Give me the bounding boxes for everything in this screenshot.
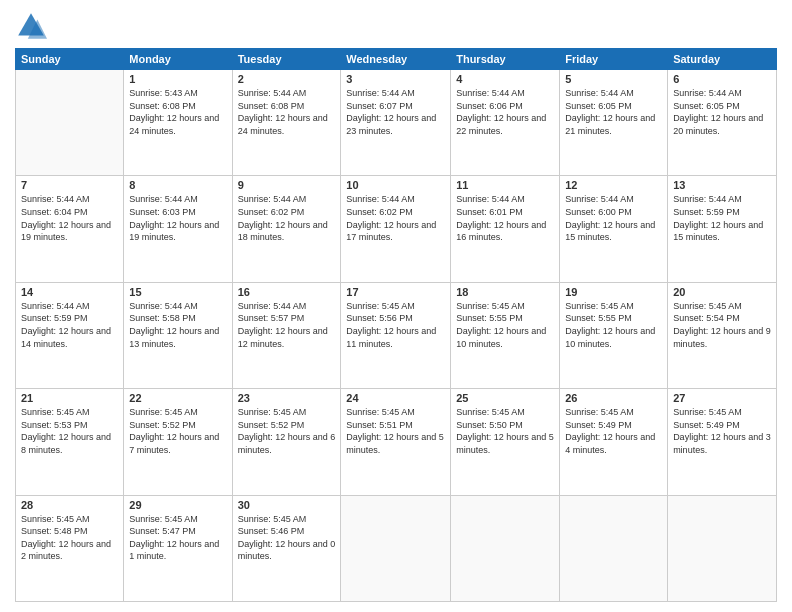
- day-number: 6: [673, 73, 771, 85]
- day-cell: [560, 495, 668, 601]
- day-cell: 1Sunrise: 5:43 AM Sunset: 6:08 PM Daylig…: [124, 70, 232, 176]
- day-info: Sunrise: 5:44 AM Sunset: 5:57 PM Dayligh…: [238, 300, 336, 350]
- day-cell: 18Sunrise: 5:45 AM Sunset: 5:55 PM Dayli…: [451, 282, 560, 388]
- day-number: 3: [346, 73, 445, 85]
- day-info: Sunrise: 5:45 AM Sunset: 5:50 PM Dayligh…: [456, 406, 554, 456]
- day-number: 12: [565, 179, 662, 191]
- day-number: 16: [238, 286, 336, 298]
- weekday-header-tuesday: Tuesday: [232, 49, 341, 70]
- day-cell: 8Sunrise: 5:44 AM Sunset: 6:03 PM Daylig…: [124, 176, 232, 282]
- day-info: Sunrise: 5:44 AM Sunset: 5:59 PM Dayligh…: [21, 300, 118, 350]
- day-number: 21: [21, 392, 118, 404]
- day-number: 7: [21, 179, 118, 191]
- day-info: Sunrise: 5:45 AM Sunset: 5:48 PM Dayligh…: [21, 513, 118, 563]
- day-number: 19: [565, 286, 662, 298]
- day-cell: 21Sunrise: 5:45 AM Sunset: 5:53 PM Dayli…: [16, 389, 124, 495]
- day-cell: [668, 495, 777, 601]
- weekday-header-wednesday: Wednesday: [341, 49, 451, 70]
- logo-icon: [15, 10, 47, 42]
- day-info: Sunrise: 5:44 AM Sunset: 6:06 PM Dayligh…: [456, 87, 554, 137]
- day-number: 5: [565, 73, 662, 85]
- day-cell: 23Sunrise: 5:45 AM Sunset: 5:52 PM Dayli…: [232, 389, 341, 495]
- day-number: 11: [456, 179, 554, 191]
- day-number: 13: [673, 179, 771, 191]
- day-info: Sunrise: 5:44 AM Sunset: 6:02 PM Dayligh…: [346, 193, 445, 243]
- day-number: 2: [238, 73, 336, 85]
- week-row-1: 1Sunrise: 5:43 AM Sunset: 6:08 PM Daylig…: [16, 70, 777, 176]
- day-cell: 2Sunrise: 5:44 AM Sunset: 6:08 PM Daylig…: [232, 70, 341, 176]
- day-info: Sunrise: 5:44 AM Sunset: 6:07 PM Dayligh…: [346, 87, 445, 137]
- day-cell: 17Sunrise: 5:45 AM Sunset: 5:56 PM Dayli…: [341, 282, 451, 388]
- day-info: Sunrise: 5:45 AM Sunset: 5:56 PM Dayligh…: [346, 300, 445, 350]
- day-number: 14: [21, 286, 118, 298]
- weekday-header-saturday: Saturday: [668, 49, 777, 70]
- day-info: Sunrise: 5:45 AM Sunset: 5:47 PM Dayligh…: [129, 513, 226, 563]
- day-info: Sunrise: 5:45 AM Sunset: 5:52 PM Dayligh…: [129, 406, 226, 456]
- day-number: 26: [565, 392, 662, 404]
- day-info: Sunrise: 5:44 AM Sunset: 6:00 PM Dayligh…: [565, 193, 662, 243]
- day-info: Sunrise: 5:43 AM Sunset: 6:08 PM Dayligh…: [129, 87, 226, 137]
- weekday-header-friday: Friday: [560, 49, 668, 70]
- day-number: 1: [129, 73, 226, 85]
- header: [15, 10, 777, 42]
- day-cell: 3Sunrise: 5:44 AM Sunset: 6:07 PM Daylig…: [341, 70, 451, 176]
- logo: [15, 10, 51, 42]
- day-cell: 22Sunrise: 5:45 AM Sunset: 5:52 PM Dayli…: [124, 389, 232, 495]
- day-number: 10: [346, 179, 445, 191]
- calendar: SundayMondayTuesdayWednesdayThursdayFrid…: [15, 48, 777, 602]
- day-info: Sunrise: 5:44 AM Sunset: 6:02 PM Dayligh…: [238, 193, 336, 243]
- day-number: 8: [129, 179, 226, 191]
- day-info: Sunrise: 5:44 AM Sunset: 6:08 PM Dayligh…: [238, 87, 336, 137]
- day-cell: 27Sunrise: 5:45 AM Sunset: 5:49 PM Dayli…: [668, 389, 777, 495]
- day-info: Sunrise: 5:45 AM Sunset: 5:53 PM Dayligh…: [21, 406, 118, 456]
- day-info: Sunrise: 5:44 AM Sunset: 6:05 PM Dayligh…: [565, 87, 662, 137]
- day-cell: 20Sunrise: 5:45 AM Sunset: 5:54 PM Dayli…: [668, 282, 777, 388]
- weekday-header-thursday: Thursday: [451, 49, 560, 70]
- day-cell: 10Sunrise: 5:44 AM Sunset: 6:02 PM Dayli…: [341, 176, 451, 282]
- day-cell: 30Sunrise: 5:45 AM Sunset: 5:46 PM Dayli…: [232, 495, 341, 601]
- day-info: Sunrise: 5:45 AM Sunset: 5:49 PM Dayligh…: [673, 406, 771, 456]
- day-cell: 26Sunrise: 5:45 AM Sunset: 5:49 PM Dayli…: [560, 389, 668, 495]
- day-cell: 24Sunrise: 5:45 AM Sunset: 5:51 PM Dayli…: [341, 389, 451, 495]
- day-number: 17: [346, 286, 445, 298]
- day-info: Sunrise: 5:44 AM Sunset: 5:58 PM Dayligh…: [129, 300, 226, 350]
- day-cell: 28Sunrise: 5:45 AM Sunset: 5:48 PM Dayli…: [16, 495, 124, 601]
- day-number: 25: [456, 392, 554, 404]
- day-number: 22: [129, 392, 226, 404]
- day-number: 29: [129, 499, 226, 511]
- weekday-header-sunday: Sunday: [16, 49, 124, 70]
- day-info: Sunrise: 5:44 AM Sunset: 6:01 PM Dayligh…: [456, 193, 554, 243]
- weekday-header-monday: Monday: [124, 49, 232, 70]
- week-row-4: 21Sunrise: 5:45 AM Sunset: 5:53 PM Dayli…: [16, 389, 777, 495]
- day-cell: 16Sunrise: 5:44 AM Sunset: 5:57 PM Dayli…: [232, 282, 341, 388]
- day-info: Sunrise: 5:45 AM Sunset: 5:55 PM Dayligh…: [456, 300, 554, 350]
- day-cell: [451, 495, 560, 601]
- page: SundayMondayTuesdayWednesdayThursdayFrid…: [0, 0, 792, 612]
- day-info: Sunrise: 5:44 AM Sunset: 6:03 PM Dayligh…: [129, 193, 226, 243]
- day-info: Sunrise: 5:44 AM Sunset: 6:04 PM Dayligh…: [21, 193, 118, 243]
- day-number: 24: [346, 392, 445, 404]
- day-number: 27: [673, 392, 771, 404]
- day-number: 9: [238, 179, 336, 191]
- day-cell: 6Sunrise: 5:44 AM Sunset: 6:05 PM Daylig…: [668, 70, 777, 176]
- day-number: 20: [673, 286, 771, 298]
- day-cell: 13Sunrise: 5:44 AM Sunset: 5:59 PM Dayli…: [668, 176, 777, 282]
- day-cell: 11Sunrise: 5:44 AM Sunset: 6:01 PM Dayli…: [451, 176, 560, 282]
- day-cell: [16, 70, 124, 176]
- day-number: 23: [238, 392, 336, 404]
- week-row-2: 7Sunrise: 5:44 AM Sunset: 6:04 PM Daylig…: [16, 176, 777, 282]
- day-info: Sunrise: 5:45 AM Sunset: 5:55 PM Dayligh…: [565, 300, 662, 350]
- week-row-5: 28Sunrise: 5:45 AM Sunset: 5:48 PM Dayli…: [16, 495, 777, 601]
- day-cell: 4Sunrise: 5:44 AM Sunset: 6:06 PM Daylig…: [451, 70, 560, 176]
- day-number: 28: [21, 499, 118, 511]
- day-number: 18: [456, 286, 554, 298]
- day-number: 15: [129, 286, 226, 298]
- day-info: Sunrise: 5:44 AM Sunset: 6:05 PM Dayligh…: [673, 87, 771, 137]
- day-cell: 15Sunrise: 5:44 AM Sunset: 5:58 PM Dayli…: [124, 282, 232, 388]
- day-info: Sunrise: 5:45 AM Sunset: 5:49 PM Dayligh…: [565, 406, 662, 456]
- day-info: Sunrise: 5:45 AM Sunset: 5:54 PM Dayligh…: [673, 300, 771, 350]
- day-cell: 25Sunrise: 5:45 AM Sunset: 5:50 PM Dayli…: [451, 389, 560, 495]
- day-info: Sunrise: 5:45 AM Sunset: 5:51 PM Dayligh…: [346, 406, 445, 456]
- day-cell: 5Sunrise: 5:44 AM Sunset: 6:05 PM Daylig…: [560, 70, 668, 176]
- day-cell: 14Sunrise: 5:44 AM Sunset: 5:59 PM Dayli…: [16, 282, 124, 388]
